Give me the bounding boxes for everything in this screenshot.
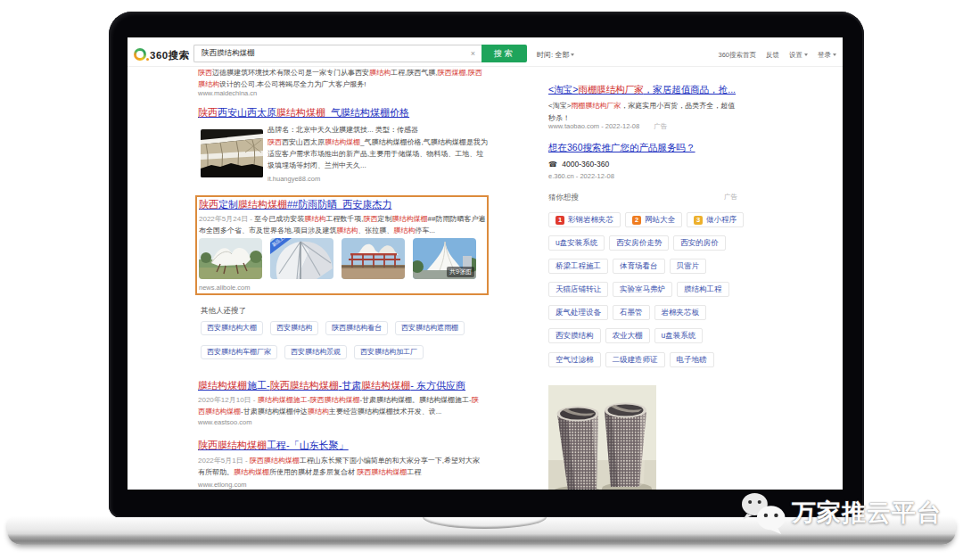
result2-description: 陕西西安山西太原膜结构煤棚_气膜结构煤棚价格,气膜结构煤棚是我为适应客户需求市场… bbox=[268, 136, 488, 172]
result3-title[interactable]: 陕西定制膜结构煤棚##防雨防晒_西安康杰力 bbox=[199, 198, 391, 211]
suggest-chip[interactable]: 天猫店铺转让 bbox=[548, 282, 608, 297]
ad1-url-row: www.taobao.com - 2022-12-08 广告 bbox=[548, 122, 667, 131]
gallery-image-4[interactable]: 共9张图 bbox=[413, 238, 476, 279]
suggest-ad-tag: 广告 bbox=[724, 193, 737, 202]
text-segment: 膜结构 bbox=[393, 226, 415, 235]
membrane-shed-photo bbox=[201, 129, 263, 177]
text-segment: 定制 bbox=[218, 199, 238, 210]
text-segment: 膜结构 bbox=[304, 215, 325, 223]
nav-home-link[interactable]: 360搜索首页 bbox=[718, 51, 756, 60]
time-filter-dropdown[interactable]: 时间: 全部 bbox=[537, 50, 574, 60]
result5-url: www.etlong.com bbox=[198, 481, 247, 489]
related-chips-row1: 西安膜结构大棚西安膜结构陕西膜结构看台西安膜结构遮雨棚 bbox=[201, 321, 465, 335]
text-segment: 陕西 bbox=[268, 138, 282, 146]
gallery-image-3[interactable] bbox=[342, 238, 405, 279]
suggest-chip[interactable]: 废气处理设备 bbox=[548, 305, 608, 320]
suggest-chip[interactable]: u盘装系统 bbox=[654, 328, 704, 343]
ad2-title[interactable]: 想在360搜索推广您的产品服务吗？ bbox=[548, 142, 696, 154]
result2-info-line: 品牌名：北京中天久业膜建筑技... 类型：传感器 bbox=[268, 124, 485, 136]
rank-badge: 3 bbox=[694, 216, 703, 225]
suggest-chip[interactable]: 膜结构工程 bbox=[677, 282, 729, 297]
nav-settings-dropdown[interactable]: 设置 bbox=[789, 51, 808, 60]
text-segment: 陕西膜结构煤棚 bbox=[198, 440, 267, 450]
related-chip[interactable]: 西安膜结构加工厂 bbox=[354, 345, 424, 359]
text-segment: 2020年12月10日 - bbox=[198, 396, 258, 404]
suggest-chip[interactable]: 石墨管 bbox=[613, 305, 650, 320]
suggest-chip[interactable]: 二级建造师证 bbox=[605, 352, 665, 367]
suggest-hot-chip[interactable]: 2网站大全 bbox=[625, 212, 682, 227]
suggest-hot-chip[interactable]: 3做小程序 bbox=[687, 212, 744, 227]
suggest-chip[interactable]: 农业大棚 bbox=[605, 328, 650, 343]
search-box[interactable]: × bbox=[193, 45, 482, 62]
result3-gallery: 新品上架 bbox=[199, 238, 476, 279]
suggest-chip[interactable]: u盘安装系统 bbox=[548, 235, 605, 251]
search-input[interactable] bbox=[202, 45, 460, 62]
related-chip[interactable]: 西安膜结构遮雨棚 bbox=[395, 321, 465, 335]
text-segment: 膜结构煤棚施工 bbox=[258, 396, 308, 404]
related-chip[interactable]: 西安膜结构大棚 bbox=[201, 321, 263, 335]
text-segment: 工程 bbox=[407, 468, 421, 476]
product-photo[interactable] bbox=[548, 385, 656, 490]
nav-login-dropdown[interactable]: 登录 bbox=[818, 51, 836, 60]
result5-title[interactable]: 陕西膜结构煤棚工程-「山东长聚」 bbox=[198, 439, 349, 452]
text-segment: 陕西 bbox=[198, 69, 212, 77]
rank-badge: 2 bbox=[632, 216, 641, 225]
text-segment: 西安山西太原 bbox=[282, 138, 325, 146]
result3-description: 2022年5月24日 - 至今已成功安装膜结构工程数千项,陕西定制膜结构煤棚##… bbox=[199, 213, 488, 236]
text-segment: 施工- bbox=[247, 380, 270, 391]
suggest-chip[interactable]: 西安房价走势 bbox=[609, 235, 669, 251]
suggest-hot-chip[interactable]: 1彩钢岩棉夹芯 bbox=[548, 212, 621, 227]
result4-title[interactable]: 膜结构煤棚施工-陕西膜结构煤棚-甘肃膜结构煤棚- 东方供应商 bbox=[198, 379, 465, 392]
360-search-logo[interactable]: 360搜索 bbox=[134, 48, 196, 62]
related-search-header: 其他人还搜了 bbox=[201, 306, 246, 317]
ad1-title[interactable]: <淘宝>雨棚膜结构厂家，家居超值商品，抢... bbox=[548, 84, 736, 96]
text-segment: 陕西 bbox=[198, 107, 218, 118]
ad1-ad-tag: 广告 bbox=[654, 122, 667, 130]
text-segment: 陕西膜结构煤棚 bbox=[357, 468, 407, 476]
text-segment: 定制 bbox=[378, 215, 392, 223]
related-chip[interactable]: 西安膜结构 bbox=[270, 321, 318, 335]
pavilion-membrane-photo bbox=[342, 238, 405, 279]
suggest-chip[interactable]: 岩棉夹芯板 bbox=[654, 305, 707, 320]
related-chip[interactable]: 陕西膜结构看台 bbox=[325, 321, 388, 335]
text-segment: - 东方供应商 bbox=[410, 380, 465, 391]
text-segment: 迈德膜建筑环境技术有限公司是一家专门从事西安 bbox=[212, 69, 369, 77]
result4-description: 2020年12月10日 - 膜结构煤棚施工-陕西膜结构煤棚-甘肃膜结构煤棚。膜结… bbox=[198, 394, 484, 417]
suggest-hot-label: 彩钢岩棉夹芯 bbox=[568, 213, 613, 226]
text-segment: 膜结构煤棚 bbox=[361, 380, 410, 391]
suggest-chip[interactable]: 西安的房价 bbox=[673, 235, 726, 251]
result2-title[interactable]: 陕西西安山西太原膜结构煤棚_气膜结构煤棚价格 bbox=[198, 106, 409, 119]
suggest-chip[interactable]: 体育场看台 bbox=[613, 259, 665, 274]
related-chip[interactable]: 西安膜结构车棚厂家 bbox=[201, 345, 277, 359]
clear-search-icon[interactable]: × bbox=[471, 49, 475, 58]
text-segment: 膜结构煤棚 bbox=[238, 199, 287, 210]
suggest-chip[interactable]: 电子地磅 bbox=[670, 352, 714, 367]
suggest-chip[interactable]: 空气过滤棉 bbox=[548, 352, 601, 367]
suggest-chip[interactable]: 桥梁工程施工 bbox=[548, 259, 608, 274]
suggest-chip[interactable]: 贝雷片 bbox=[670, 259, 707, 274]
text-segment: 工程数千项, bbox=[325, 215, 363, 223]
suggest-header: 猜你想搜 bbox=[548, 193, 579, 202]
butterfly-membrane-photo bbox=[199, 238, 262, 279]
suggest-chip[interactable]: 实验室马弗炉 bbox=[613, 282, 672, 297]
text-segment: 膜结构煤棚 bbox=[276, 107, 325, 118]
text-segment: 膜结构 bbox=[369, 69, 391, 77]
text-segment: <淘宝> bbox=[548, 102, 571, 110]
360-logo-text: 360搜索 bbox=[150, 49, 190, 62]
suggest-chip[interactable]: 西安膜结构 bbox=[548, 328, 601, 343]
360-logo-dot-icon bbox=[146, 58, 149, 61]
gallery-count-badge: 共9张图 bbox=[447, 267, 474, 277]
search-button[interactable]: 搜索 bbox=[482, 45, 527, 62]
result2-thumbnail[interactable] bbox=[201, 129, 263, 177]
suggest-row-3: 天猫店铺转让实验室马弗炉膜结构工程 bbox=[548, 282, 729, 297]
text-segment: 工程-「山东长聚」 bbox=[267, 440, 349, 450]
gallery-image-1[interactable] bbox=[199, 238, 262, 279]
related-chip[interactable]: 西安膜结构景观 bbox=[284, 345, 347, 359]
suggest-row-5: 西安膜结构农业大棚u盘装系统 bbox=[548, 328, 703, 343]
nav-feedback-link[interactable]: 反馈 bbox=[766, 51, 779, 60]
text-segment: 陕西膜结构煤棚 bbox=[309, 396, 359, 404]
result5-description: 2022年5月1日 - 陕西膜结构煤棚工程山东长聚下面小编简单的和大家分享一下,… bbox=[198, 455, 484, 478]
mesh-filter-cylinders-photo bbox=[548, 385, 656, 490]
suggest-header-row: 猜你想搜 广告 bbox=[548, 193, 737, 203]
gallery-image-2[interactable]: 新品上架 bbox=[270, 238, 333, 279]
